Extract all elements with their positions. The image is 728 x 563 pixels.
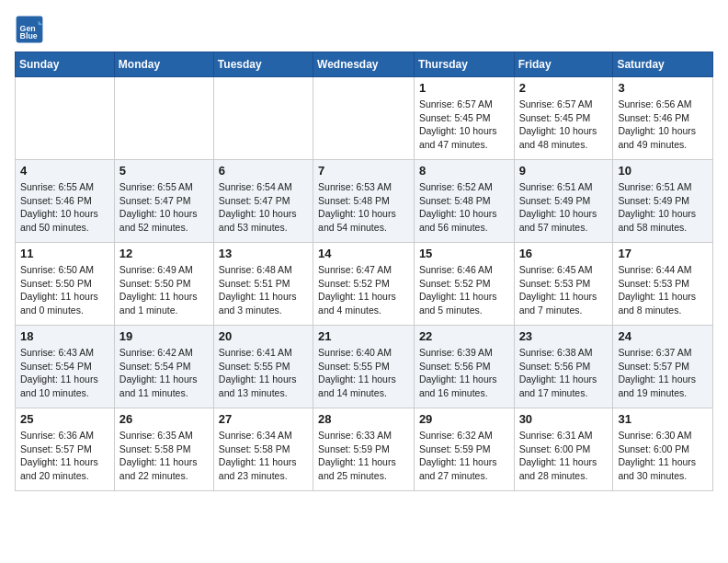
day-info: Sunrise: 6:45 AM Sunset: 5:53 PM Dayligh… [519,263,609,317]
calendar-cell: 6Sunrise: 6:54 AM Sunset: 5:47 PM Daylig… [213,160,313,243]
calendar-cell: 4Sunrise: 6:55 AM Sunset: 5:46 PM Daylig… [16,160,115,243]
calendar-cell [114,77,213,160]
day-number: 16 [519,247,609,260]
calendar-cell: 20Sunrise: 6:41 AM Sunset: 5:55 PM Dayli… [213,326,313,408]
calendar-week-4: 18Sunrise: 6:43 AM Sunset: 5:54 PM Dayli… [16,326,713,408]
day-header-tuesday: Tuesday [213,52,313,77]
day-info: Sunrise: 6:38 AM Sunset: 5:56 PM Dayligh… [519,346,609,400]
calendar-cell [16,77,115,160]
calendar-cell: 5Sunrise: 6:55 AM Sunset: 5:47 PM Daylig… [114,160,213,243]
calendar-cell: 12Sunrise: 6:49 AM Sunset: 5:50 PM Dayli… [114,243,213,326]
day-number: 15 [419,247,509,260]
day-info: Sunrise: 6:56 AM Sunset: 5:46 PM Dayligh… [618,98,708,152]
day-header-monday: Monday [114,52,213,77]
calendar-cell: 23Sunrise: 6:38 AM Sunset: 5:56 PM Dayli… [514,326,613,408]
day-header-friday: Friday [514,52,613,77]
calendar-cell: 31Sunrise: 6:30 AM Sunset: 6:00 PM Dayli… [613,408,713,491]
day-number: 10 [618,164,708,178]
day-header-thursday: Thursday [414,52,514,77]
calendar-cell: 2Sunrise: 6:57 AM Sunset: 5:45 PM Daylig… [514,77,613,160]
day-info: Sunrise: 6:34 AM Sunset: 5:58 PM Dayligh… [219,429,308,483]
day-number: 22 [419,329,509,343]
day-number: 21 [318,329,409,343]
calendar-cell: 7Sunrise: 6:53 AM Sunset: 5:48 PM Daylig… [313,160,415,243]
day-number: 3 [618,81,708,95]
day-info: Sunrise: 6:41 AM Sunset: 5:55 PM Dayligh… [219,346,308,400]
calendar-week-3: 11Sunrise: 6:50 AM Sunset: 5:50 PM Dayli… [16,243,713,326]
day-number: 28 [318,412,409,426]
day-header-sunday: Sunday [16,52,115,77]
page-header: Gen Blue [15,15,713,44]
day-info: Sunrise: 6:37 AM Sunset: 5:57 PM Dayligh… [618,346,708,400]
calendar-cell: 11Sunrise: 6:50 AM Sunset: 5:50 PM Dayli… [16,243,115,326]
logo-icon: Gen Blue [15,15,44,44]
logo: Gen Blue [15,15,48,44]
calendar-week-1: 1Sunrise: 6:57 AM Sunset: 5:45 PM Daylig… [16,77,713,160]
calendar-cell: 28Sunrise: 6:33 AM Sunset: 5:59 PM Dayli… [313,408,415,491]
day-info: Sunrise: 6:42 AM Sunset: 5:54 PM Dayligh… [119,346,209,400]
calendar-cell: 29Sunrise: 6:32 AM Sunset: 5:59 PM Dayli… [414,408,514,491]
calendar-cell: 17Sunrise: 6:44 AM Sunset: 5:53 PM Dayli… [613,243,713,326]
day-info: Sunrise: 6:39 AM Sunset: 5:56 PM Dayligh… [419,346,509,400]
day-number: 27 [219,412,308,426]
day-number: 2 [519,81,609,95]
day-info: Sunrise: 6:48 AM Sunset: 5:51 PM Dayligh… [219,263,308,317]
day-number: 19 [119,329,209,343]
calendar-cell: 18Sunrise: 6:43 AM Sunset: 5:54 PM Dayli… [16,326,115,408]
calendar-cell: 3Sunrise: 6:56 AM Sunset: 5:46 PM Daylig… [613,77,713,160]
day-info: Sunrise: 6:52 AM Sunset: 5:48 PM Dayligh… [419,180,509,235]
calendar-week-2: 4Sunrise: 6:55 AM Sunset: 5:46 PM Daylig… [16,160,713,243]
calendar-cell [213,77,313,160]
calendar-table: SundayMondayTuesdayWednesdayThursdayFrid… [15,52,713,491]
day-number: 7 [318,164,409,178]
calendar-cell: 26Sunrise: 6:35 AM Sunset: 5:58 PM Dayli… [114,408,213,491]
day-number: 31 [618,412,708,426]
day-info: Sunrise: 6:51 AM Sunset: 5:49 PM Dayligh… [618,180,708,235]
day-number: 11 [20,247,109,260]
calendar-cell: 1Sunrise: 6:57 AM Sunset: 5:45 PM Daylig… [414,77,514,160]
calendar-cell: 13Sunrise: 6:48 AM Sunset: 5:51 PM Dayli… [213,243,313,326]
day-number: 26 [119,412,209,426]
day-info: Sunrise: 6:30 AM Sunset: 6:00 PM Dayligh… [618,429,708,483]
day-info: Sunrise: 6:57 AM Sunset: 5:45 PM Dayligh… [519,98,609,152]
day-number: 30 [519,412,609,426]
day-number: 23 [519,329,609,343]
day-info: Sunrise: 6:43 AM Sunset: 5:54 PM Dayligh… [20,346,109,400]
day-info: Sunrise: 6:36 AM Sunset: 5:57 PM Dayligh… [20,429,109,483]
header-row: SundayMondayTuesdayWednesdayThursdayFrid… [16,52,713,77]
day-info: Sunrise: 6:55 AM Sunset: 5:46 PM Dayligh… [20,180,109,235]
day-info: Sunrise: 6:53 AM Sunset: 5:48 PM Dayligh… [318,180,409,235]
calendar-cell: 10Sunrise: 6:51 AM Sunset: 5:49 PM Dayli… [613,160,713,243]
day-info: Sunrise: 6:32 AM Sunset: 5:59 PM Dayligh… [419,429,509,483]
calendar-cell: 15Sunrise: 6:46 AM Sunset: 5:52 PM Dayli… [414,243,514,326]
calendar-cell: 25Sunrise: 6:36 AM Sunset: 5:57 PM Dayli… [16,408,115,491]
day-info: Sunrise: 6:55 AM Sunset: 5:47 PM Dayligh… [119,180,209,235]
day-number: 18 [20,329,109,343]
day-number: 13 [219,247,308,260]
day-number: 5 [119,164,209,178]
calendar-cell: 27Sunrise: 6:34 AM Sunset: 5:58 PM Dayli… [213,408,313,491]
day-number: 14 [318,247,409,260]
day-number: 12 [119,247,209,260]
day-number: 6 [219,164,308,178]
day-number: 24 [618,329,708,343]
day-info: Sunrise: 6:47 AM Sunset: 5:52 PM Dayligh… [318,263,409,317]
calendar-cell: 22Sunrise: 6:39 AM Sunset: 5:56 PM Dayli… [414,326,514,408]
calendar-cell [313,77,415,160]
day-info: Sunrise: 6:50 AM Sunset: 5:50 PM Dayligh… [20,263,109,317]
day-info: Sunrise: 6:40 AM Sunset: 5:55 PM Dayligh… [318,346,409,400]
day-number: 9 [519,164,609,178]
calendar-cell: 30Sunrise: 6:31 AM Sunset: 6:00 PM Dayli… [514,408,613,491]
day-info: Sunrise: 6:54 AM Sunset: 5:47 PM Dayligh… [219,180,308,235]
day-info: Sunrise: 6:49 AM Sunset: 5:50 PM Dayligh… [119,263,209,317]
day-header-wednesday: Wednesday [313,52,415,77]
calendar-cell: 16Sunrise: 6:45 AM Sunset: 5:53 PM Dayli… [514,243,613,326]
day-info: Sunrise: 6:35 AM Sunset: 5:58 PM Dayligh… [119,429,209,483]
day-info: Sunrise: 6:33 AM Sunset: 5:59 PM Dayligh… [318,429,409,483]
day-info: Sunrise: 6:51 AM Sunset: 5:49 PM Dayligh… [519,180,609,235]
day-header-saturday: Saturday [613,52,713,77]
day-number: 29 [419,412,509,426]
calendar-cell: 21Sunrise: 6:40 AM Sunset: 5:55 PM Dayli… [313,326,415,408]
svg-text:Blue: Blue [20,31,38,40]
calendar-week-5: 25Sunrise: 6:36 AM Sunset: 5:57 PM Dayli… [16,408,713,491]
